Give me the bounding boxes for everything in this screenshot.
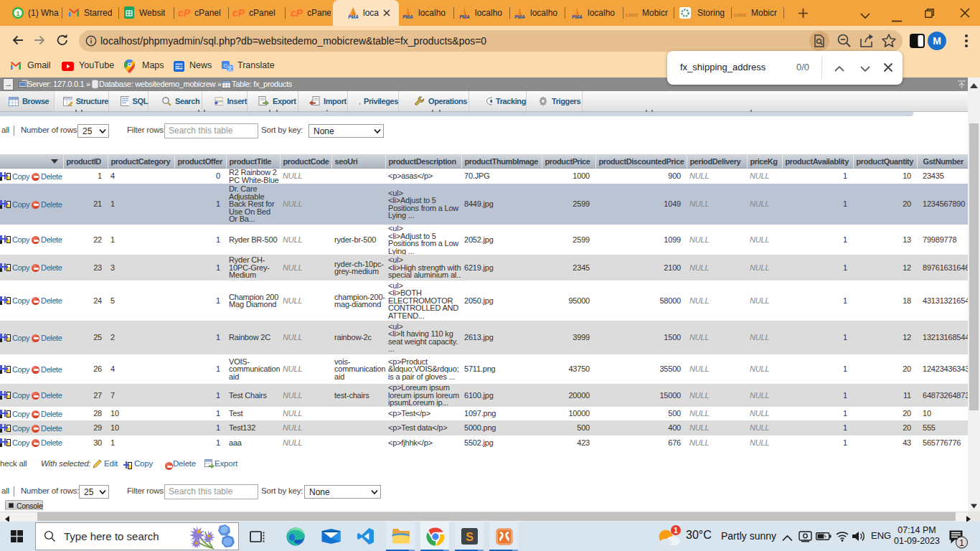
svg-text:PMA: PMA [459, 14, 470, 19]
svg-text:LOGO: LOGO [626, 13, 638, 17]
svg-text:文: 文 [227, 65, 233, 72]
svg-text:cP: cP [291, 7, 303, 19]
svg-text:PMA: PMA [572, 14, 583, 19]
svg-text:cP: cP [232, 7, 245, 19]
svg-text:PMA: PMA [514, 14, 525, 19]
svg-text:1: 1 [959, 538, 964, 548]
svg-text:1: 1 [674, 526, 678, 534]
svg-text:PMA: PMA [402, 14, 413, 19]
svg-text:PMA: PMA [348, 14, 359, 19]
svg-text:S: S [466, 531, 473, 543]
svg-text:cP: cP [178, 7, 191, 19]
svg-text:1: 1 [16, 10, 19, 17]
svg-text:LOGO: LOGO [734, 13, 746, 17]
